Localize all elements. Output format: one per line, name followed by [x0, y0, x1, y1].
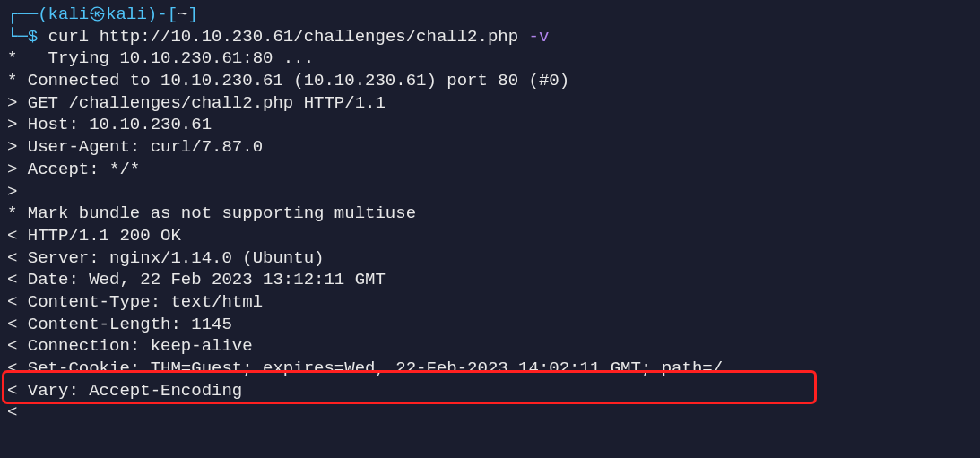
prompt-prefix: ┌──( — [7, 4, 48, 24]
command-url: http://10.10.230.61/challenges/chall2.ph… — [100, 27, 518, 47]
output-line: < Connection: keep-alive — [7, 335, 973, 358]
command-flag: -v — [529, 27, 550, 47]
output-line: > GET /challenges/chall2.php HTTP/1.1 — [7, 92, 973, 115]
prompt-end: ] — [187, 4, 197, 24]
prompt-dollar: $ — [28, 27, 38, 47]
output-line: > User-Agent: curl/7.87.0 — [7, 136, 973, 159]
output-line: * Connected to 10.10.230.61 (10.10.230.6… — [7, 70, 973, 92]
output-line: > Accept: */* — [7, 159, 973, 181]
output-line: < Content-Type: text/html — [7, 291, 973, 314]
prompt-path: ~ — [178, 4, 187, 24]
prompt-suffix: )-[ — [147, 4, 178, 24]
output-line-highlighted: < Set-Cookie: THM=Guest; expires=Wed, 22… — [7, 358, 973, 380]
output-line: > — [7, 181, 973, 203]
output-line: < Date: Wed, 22 Feb 2023 13:12:11 GMT — [7, 269, 973, 291]
output-line: < Server: nginx/1.14.0 (Ubuntu) — [7, 247, 973, 270]
prompt-line-2[interactable]: └─$ curl http://10.10.230.61/challenges/… — [7, 26, 973, 48]
output-line: > Host: 10.10.230.61 — [7, 114, 973, 136]
output-line: < HTTP/1.1 200 OK — [7, 225, 973, 247]
output-line: * Mark bundle as not supporting multiuse — [7, 203, 973, 225]
command-name: curl — [48, 27, 90, 47]
output-line: * Trying 10.10.230.61:80 ... — [7, 48, 973, 70]
prompt-line-1: ┌──(kali㉿kali)-[~] — [7, 4, 973, 26]
prompt-line2-prefix: └─ — [7, 27, 28, 47]
prompt-host: kali — [106, 4, 147, 24]
output-line: < — [7, 402, 973, 424]
prompt-user: kali — [48, 4, 90, 24]
output-line: < Vary: Accept-Encoding — [7, 380, 973, 402]
prompt-skull: ㉿ — [89, 4, 106, 24]
output-line: < Content-Length: 1145 — [7, 314, 973, 336]
